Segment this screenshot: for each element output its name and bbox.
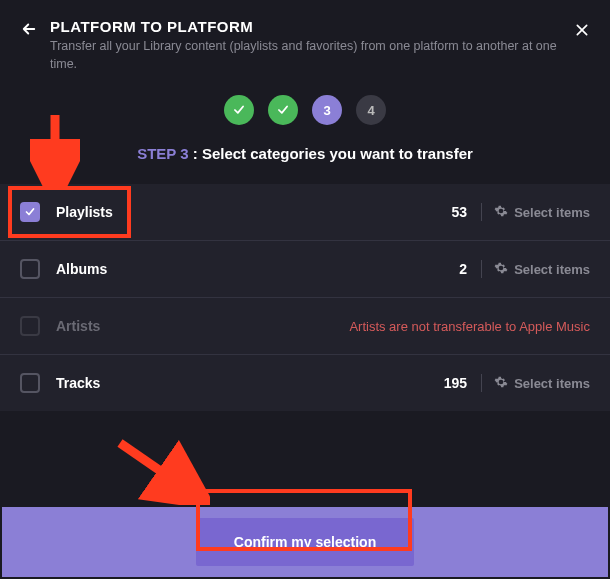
checkbox-playlists[interactable] (20, 202, 40, 222)
category-list: Playlists 53 Select items Albums 2 Selec… (0, 184, 610, 411)
checkbox-artists (20, 316, 40, 336)
gear-icon (494, 261, 508, 278)
gear-icon (494, 375, 508, 392)
confirm-selection-button[interactable]: Confirm my selection (196, 518, 414, 566)
modal-subtitle: Transfer all your Library content (playl… (50, 38, 560, 73)
step-text: : Select categories you want to transfer (189, 145, 473, 162)
separator (481, 203, 482, 221)
category-row-tracks[interactable]: Tracks 195 Select items (0, 355, 610, 411)
step-2-done (268, 95, 298, 125)
gear-icon (494, 204, 508, 221)
count-playlists: 53 (452, 204, 468, 220)
separator (481, 260, 482, 278)
back-arrow-icon[interactable] (20, 20, 38, 42)
step-3-active: 3 (312, 95, 342, 125)
count-tracks: 195 (444, 375, 467, 391)
select-items-playlists[interactable]: Select items (494, 204, 590, 221)
modal-title: PLATFORM TO PLATFORM (50, 18, 560, 35)
checkbox-tracks[interactable] (20, 373, 40, 393)
separator (481, 374, 482, 392)
step-instruction: STEP 3 : Select categories you want to t… (0, 137, 610, 184)
error-artists: Artists are not transferable to Apple Mu… (349, 319, 590, 334)
select-items-label: Select items (514, 205, 590, 220)
checkbox-albums[interactable] (20, 259, 40, 279)
select-items-albums[interactable]: Select items (494, 261, 590, 278)
step-1-done (224, 95, 254, 125)
svg-line-3 (120, 443, 188, 490)
step-4-pending: 4 (356, 95, 386, 125)
label-artists: Artists (56, 318, 349, 334)
select-items-tracks[interactable]: Select items (494, 375, 590, 392)
label-tracks: Tracks (56, 375, 444, 391)
select-items-label: Select items (514, 376, 590, 391)
select-items-label: Select items (514, 262, 590, 277)
close-icon[interactable] (574, 22, 590, 42)
label-playlists: Playlists (56, 204, 452, 220)
footer-bar: Confirm my selection (2, 507, 608, 577)
category-row-artists: Artists Artists are not transferable to … (0, 298, 610, 355)
modal-header: PLATFORM TO PLATFORM Transfer all your L… (0, 0, 610, 87)
annotation-arrow-confirm (110, 435, 210, 505)
label-albums: Albums (56, 261, 459, 277)
step-prefix: STEP 3 (137, 145, 188, 162)
category-row-albums[interactable]: Albums 2 Select items (0, 241, 610, 298)
stepper: 3 4 (0, 87, 610, 137)
category-row-playlists[interactable]: Playlists 53 Select items (0, 184, 610, 241)
count-albums: 2 (459, 261, 467, 277)
